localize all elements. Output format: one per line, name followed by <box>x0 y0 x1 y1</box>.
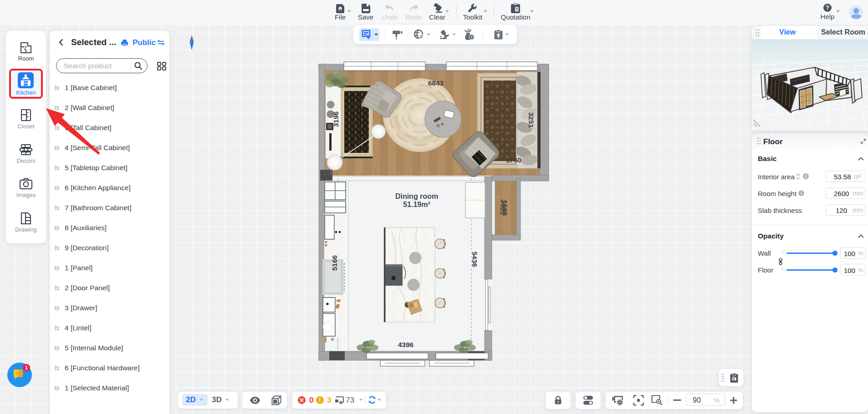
svg-text:4396: 4396 <box>398 341 414 348</box>
svg-text:Dining room: Dining room <box>395 192 438 200</box>
svg-text:5436: 5436 <box>471 252 479 268</box>
svg-text:3251: 3251 <box>527 112 535 128</box>
svg-text:2601: 2601 <box>499 199 507 216</box>
svg-text:3196: 3196 <box>332 111 340 127</box>
svg-text:51.19m²: 51.19m² <box>403 201 430 208</box>
svg-text:6843: 6843 <box>428 79 444 87</box>
svg-text:5166: 5166 <box>331 255 338 271</box>
svg-text:1760: 1760 <box>506 156 521 164</box>
